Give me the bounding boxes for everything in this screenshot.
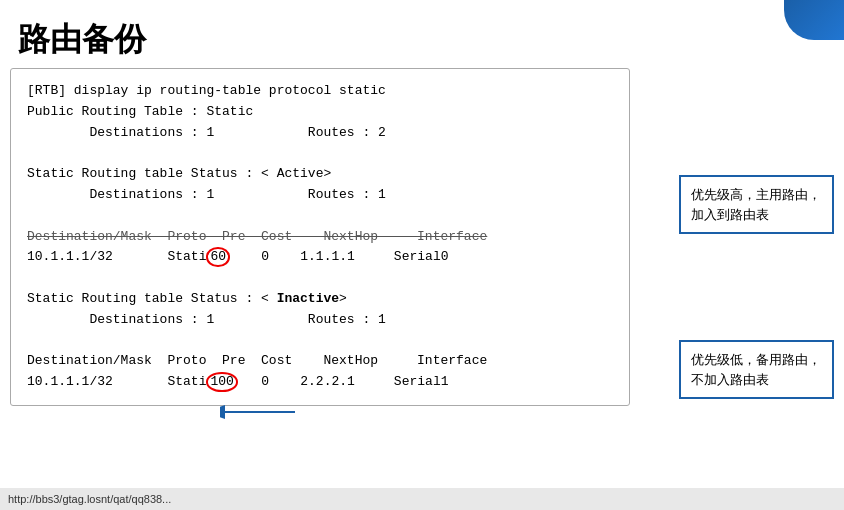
code-line-header2: Destination/Mask Proto Pre Cost NextHop …: [27, 351, 613, 372]
callout-active: 优先级高，主用路由，加入到路由表: [679, 175, 834, 234]
page-title: 路由备份: [18, 18, 146, 62]
inactive-label: Inactive: [277, 291, 339, 306]
left-arrow-svg: [220, 402, 300, 422]
code-line-15: 10.1.1.1/32 Stati100 0 2.2.2.1 Serial1: [27, 372, 613, 393]
code-line-13: [27, 331, 613, 352]
callout-inactive-text: 优先级低，备用路由，不加入路由表: [691, 352, 821, 387]
top-right-decoration: [784, 0, 844, 40]
code-line-header1: Destination/Mask Proto Pre Cost NextHop …: [27, 227, 613, 248]
pre-100-highlight: 100: [206, 372, 237, 392]
code-box: [RTB] display ip routing-table protocol …: [10, 68, 630, 406]
bottom-url: http://bbs3/gtag.losnt/qat/qq838...: [8, 493, 171, 505]
code-line-10: [27, 268, 613, 289]
code-line-9: 10.1.1.1/32 Stati60 0 1.1.1.1 Serial0: [27, 247, 613, 268]
code-line-11: Static Routing table Status : < Inactive…: [27, 289, 613, 310]
code-line-5: Static Routing table Status : < Active>: [27, 164, 613, 185]
header-strikethrough: Destination/Mask Proto Pre Cost NextHop …: [27, 229, 487, 244]
code-line-1: [RTB] display ip routing-table protocol …: [27, 81, 613, 102]
code-line-3: Destinations : 1 Routes : 2: [27, 123, 613, 144]
arrow-indicator: [220, 402, 300, 426]
code-line-7: [27, 206, 613, 227]
code-line-2: Public Routing Table : Static: [27, 102, 613, 123]
callout-active-text: 优先级高，主用路由，加入到路由表: [691, 187, 821, 222]
code-line-4: [27, 143, 613, 164]
pre-60-highlight: 60: [206, 247, 230, 267]
bottom-bar: http://bbs3/gtag.losnt/qat/qq838...: [0, 488, 844, 510]
code-line-6: Destinations : 1 Routes : 1: [27, 185, 613, 206]
code-line-12: Destinations : 1 Routes : 1: [27, 310, 613, 331]
callout-inactive: 优先级低，备用路由，不加入路由表: [679, 340, 834, 399]
